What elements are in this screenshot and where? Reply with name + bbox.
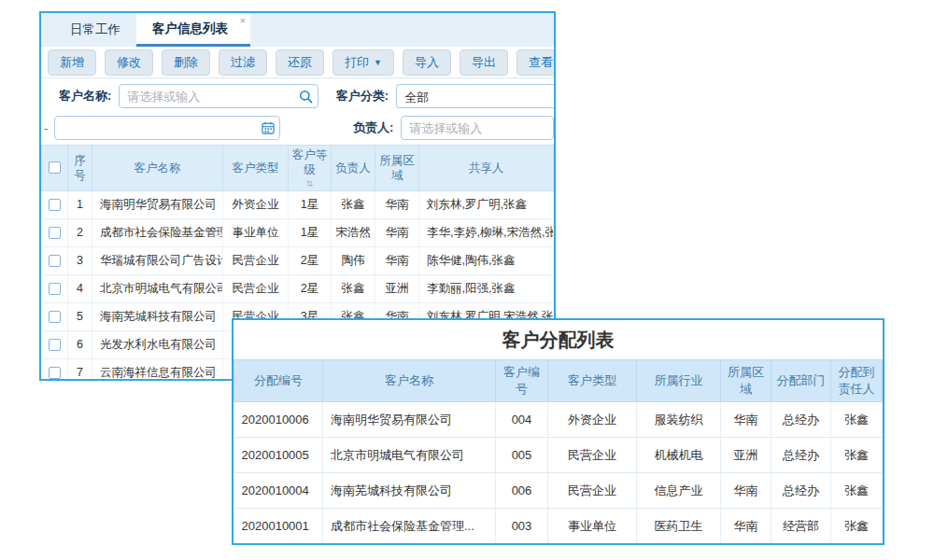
- row-checkbox[interactable]: [49, 311, 61, 323]
- col-header-allocation-no: 分配编号: [234, 360, 323, 402]
- customer-name-link[interactable]: 成都市社会保险基金管理...: [323, 509, 496, 544]
- tab-close-icon[interactable]: ×: [240, 15, 246, 26]
- col-header-region: 所属区域: [375, 146, 419, 191]
- delete-button[interactable]: 删除: [162, 49, 210, 76]
- col-header-assignee: 分配到责任人: [831, 360, 883, 402]
- customer-name-link[interactable]: 成都市社会保险基金管理...: [92, 218, 223, 246]
- assignee-link[interactable]: 张鑫: [831, 509, 883, 544]
- col-header-customer-level: 客户等级 ⇅: [289, 146, 332, 191]
- col-header-region: 所属区域: [721, 360, 771, 402]
- owner-label: 负责人:: [353, 119, 393, 136]
- customer-name-label: 客户名称:: [59, 88, 111, 105]
- allocation-list-panel: 客户分配列表 分配编号 客户名称 客户编号 客户类型 所属行业 所属区域 分配部…: [232, 318, 884, 545]
- owner-link[interactable]: 张鑫: [332, 274, 375, 302]
- customer-name-link[interactable]: 海南明华贸易有限公司: [323, 402, 496, 438]
- customer-name-input[interactable]: [119, 84, 318, 108]
- customer-name-link[interactable]: 北京市明城电气有限公司: [323, 438, 496, 473]
- owner-link[interactable]: 张鑫: [332, 190, 375, 218]
- row-index: 4: [68, 274, 92, 302]
- col-header-customer-no: 客户编号: [496, 360, 548, 402]
- tab-customer-info-list[interactable]: 客户信息列表 ×: [136, 13, 250, 47]
- row-checkbox[interactable]: [49, 339, 61, 351]
- sort-icon[interactable]: ⇅: [290, 180, 330, 189]
- allocation-no-link[interactable]: 2020010006: [234, 402, 323, 438]
- customer-level: 1星: [289, 190, 332, 218]
- col-header-customer-type: 客户类型: [223, 146, 289, 191]
- col-header-shared-users: 共享人: [419, 146, 554, 191]
- row-checkbox[interactable]: [49, 255, 61, 267]
- region: 华南: [721, 473, 771, 509]
- customer-name-link[interactable]: 海南芜城科技有限公司: [323, 473, 496, 509]
- filter-button[interactable]: 过滤: [219, 49, 267, 76]
- department: 总经办: [771, 402, 831, 438]
- customer-type: 民营企业: [223, 246, 289, 274]
- export-button[interactable]: 导出: [460, 49, 508, 76]
- owner-input[interactable]: [401, 116, 554, 140]
- table-row: 1 海南明华贸易有限公司 外资企业 1星 张鑫 华南 刘东林,罗广明,张鑫: [42, 190, 554, 218]
- add-button[interactable]: 新增: [48, 49, 96, 76]
- department: 经营部: [771, 509, 831, 544]
- col-header-owner: 负责人: [332, 146, 375, 191]
- import-button[interactable]: 导入: [403, 49, 451, 76]
- assignee-link[interactable]: 张鑫: [831, 438, 883, 473]
- row-checkbox[interactable]: [49, 283, 61, 295]
- print-button[interactable]: 打印 ▼: [333, 49, 394, 76]
- row-index: 5: [68, 302, 92, 330]
- col-header-department: 分配部门: [771, 360, 831, 402]
- allocation-no-link[interactable]: 2020010005: [234, 438, 323, 473]
- select-all-checkbox[interactable]: [49, 161, 61, 174]
- col-header-industry: 所属行业: [637, 360, 721, 402]
- owner-link[interactable]: 陶伟: [332, 246, 375, 274]
- search-icon[interactable]: [299, 90, 313, 104]
- calendar-icon[interactable]: [262, 121, 275, 134]
- date-input[interactable]: [54, 116, 280, 140]
- row-checkbox[interactable]: [49, 367, 61, 379]
- allocation-no-link[interactable]: 2020010001: [234, 509, 323, 544]
- allocation-no-link[interactable]: 2020010004: [234, 473, 323, 509]
- row-checkbox[interactable]: [49, 199, 61, 211]
- industry: 服装纺织: [637, 402, 721, 438]
- allocation-table: 分配编号 客户名称 客户编号 客户类型 所属行业 所属区域 分配部门 分配到责任…: [234, 359, 883, 544]
- customer-no: 006: [496, 473, 548, 509]
- customer-level: 2星: [289, 274, 332, 302]
- col-header-customer-type: 客户类型: [548, 360, 637, 402]
- assignee-link[interactable]: 张鑫: [831, 473, 883, 509]
- customer-type: 民营企业: [548, 438, 637, 473]
- industry: 机械机电: [637, 438, 721, 473]
- customer-type: 事业单位: [548, 509, 637, 544]
- allocation-list-title: 客户分配列表: [234, 320, 883, 359]
- customer-type: 民营企业: [223, 274, 289, 302]
- modify-button[interactable]: 修改: [105, 49, 153, 76]
- tab-daily-work[interactable]: 日常工作: [54, 13, 136, 47]
- table-row: 2020010001 成都市社会保险基金管理... 003 事业单位 医药卫生 …: [234, 509, 883, 544]
- customer-category-select[interactable]: 全部: [396, 84, 554, 108]
- col-header-customer-name: 客户名称: [92, 146, 223, 191]
- shared-users: 李勤丽,阳强,张鑫: [419, 274, 554, 302]
- customer-name-link[interactable]: 华瑞城有限公司广告设计部: [92, 246, 223, 274]
- customer-type: 民营企业: [548, 473, 637, 509]
- assignee-link[interactable]: 张鑫: [831, 402, 883, 438]
- row-checkbox[interactable]: [49, 227, 61, 239]
- customer-name-link[interactable]: 光发水利水电有限公司: [92, 330, 223, 358]
- customer-level: 2星: [289, 246, 332, 274]
- col-header-index: 序号: [68, 146, 92, 191]
- department: 总经办: [771, 473, 831, 509]
- table-row: 4 北京市明城电气有限公司 民营企业 2星 张鑫 亚洲 李勤丽,阳强,张鑫: [42, 274, 554, 302]
- customer-name-link[interactable]: 海南芜城科技有限公司: [92, 302, 223, 330]
- customer-name-link[interactable]: 北京市明城电气有限公司: [92, 274, 223, 302]
- tab-label: 日常工作: [70, 21, 120, 38]
- shared-users: 李华,李婷,柳琳,宋浩然,张鑫: [419, 218, 554, 246]
- allocation-table-header-row: 分配编号 客户名称 客户编号 客户类型 所属行业 所属区域 分配部门 分配到责任…: [234, 360, 883, 402]
- customer-table-header-row: 序号 客户名称 客户类型 客户等级 ⇅ 负责人 所属区域 共享人: [42, 146, 554, 191]
- view-log-button[interactable]: 查看日志: [517, 49, 556, 76]
- customer-no: 004: [496, 402, 548, 438]
- industry: 信息产业: [637, 473, 721, 509]
- region: 华南: [375, 218, 419, 246]
- region: 华南: [375, 246, 419, 274]
- row-index: 7: [68, 358, 92, 381]
- row-index: 2: [68, 218, 92, 246]
- customer-name-link[interactable]: 海南明华贸易有限公司: [92, 190, 223, 218]
- restore-button[interactable]: 还原: [276, 49, 324, 76]
- owner-link[interactable]: 宋浩然: [332, 218, 375, 246]
- customer-name-link[interactable]: 云南海祥信息有限公司: [92, 358, 223, 381]
